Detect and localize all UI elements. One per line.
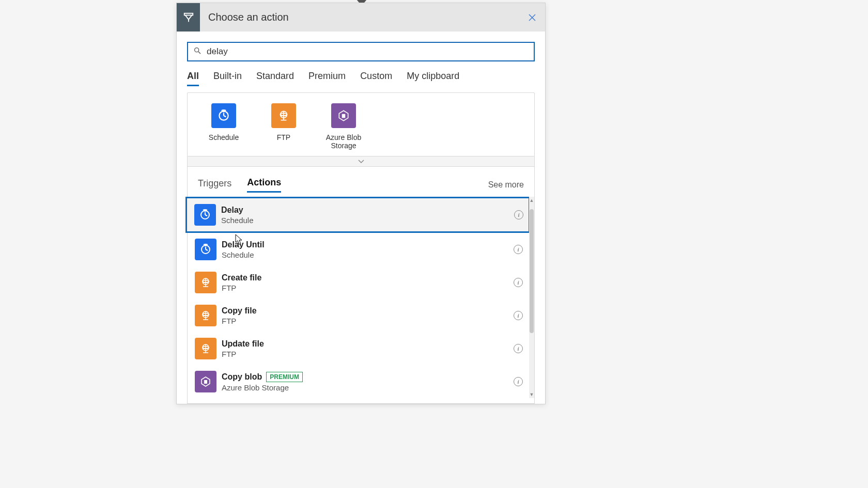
action-create-file[interactable]: Create fileFTPi (188, 266, 528, 299)
svg-line-21 (205, 215, 207, 216)
ftp-icon (195, 338, 216, 359)
tab-standard[interactable]: Standard (256, 71, 294, 86)
expand-connectors-button[interactable] (187, 156, 535, 167)
panel-header: Choose an action (177, 3, 545, 32)
connector-label: FTP (263, 133, 304, 141)
ftp-icon (195, 305, 216, 326)
connector-label: Schedule (203, 133, 244, 141)
connectors-grid: ScheduleFTPAzure Blob Storage (187, 92, 535, 156)
action-subtitle: FTP (222, 350, 514, 358)
action-title: Delay Until (222, 240, 514, 249)
svg-line-25 (206, 249, 208, 250)
info-icon[interactable]: i (514, 377, 523, 386)
action-delay-until[interactable]: Delay UntilSchedulei (188, 233, 528, 266)
blob-icon (331, 103, 356, 128)
action-subtitle: Azure Blob Storage (222, 383, 514, 392)
choose-action-panel: Choose an action AllBuilt-inStandardPrem… (176, 3, 546, 404)
action-copy-blob[interactable]: Copy blobPREMIUMAzure Blob Storagei (188, 365, 528, 398)
svg-point-22 (205, 210, 206, 211)
tab-my-clipboard[interactable]: My clipboard (407, 71, 459, 86)
action-text: Copy blobPREMIUMAzure Blob Storage (222, 372, 514, 392)
svg-point-5 (195, 48, 199, 52)
subtab-actions[interactable]: Actions (247, 177, 281, 193)
see-more-link[interactable]: See more (488, 180, 524, 190)
svg-rect-41 (205, 381, 207, 381)
svg-rect-17 (343, 115, 345, 115)
tab-built-in[interactable]: Built-in (213, 71, 242, 86)
action-update-file[interactable]: Update fileFTPi (188, 332, 528, 365)
scrollbar[interactable]: ▲ ▼ (529, 197, 534, 398)
panel-title: Choose an action (200, 11, 519, 23)
info-icon[interactable]: i (514, 278, 523, 287)
clock-icon (194, 204, 216, 226)
svg-rect-18 (343, 116, 345, 116)
action-text: Delay UntilSchedule (222, 240, 514, 259)
action-delay[interactable]: DelaySchedulei (185, 197, 530, 233)
blob-icon (195, 371, 216, 392)
action-title: Update file (222, 339, 514, 349)
scroll-up-icon[interactable]: ▲ (530, 197, 534, 204)
ftp-icon (271, 103, 296, 128)
info-icon[interactable]: i (514, 344, 523, 353)
scroll-thumb[interactable] (530, 209, 534, 333)
clock-icon (211, 103, 236, 128)
search-box[interactable] (187, 42, 535, 61)
connector-ftp[interactable]: FTP (263, 103, 304, 150)
premium-badge: PREMIUM (266, 372, 303, 382)
tab-custom[interactable]: Custom (360, 71, 392, 86)
action-text: Create fileFTP (222, 273, 514, 292)
scroll-down-icon[interactable]: ▼ (530, 391, 534, 398)
connector-azure-blob-storage[interactable]: Azure Blob Storage (323, 103, 364, 150)
info-icon[interactable]: i (514, 311, 523, 320)
clock-icon (195, 239, 216, 260)
svg-rect-1 (184, 13, 193, 15)
svg-line-9 (224, 116, 226, 117)
action-picker-icon (177, 3, 200, 32)
subtab-triggers[interactable]: Triggers (198, 178, 231, 192)
action-copy-file[interactable]: Copy fileFTPi (188, 299, 528, 332)
action-title: Delay (221, 206, 514, 215)
action-subtitle: Schedule (222, 250, 514, 259)
info-icon[interactable]: i (514, 245, 523, 254)
svg-rect-42 (205, 382, 207, 382)
filter-tabs: AllBuilt-inStandardPremiumCustomMy clipb… (177, 61, 545, 86)
result-type-tabs: TriggersActions See more (188, 167, 534, 193)
action-text: Copy fileFTP (222, 306, 514, 325)
action-subtitle: Schedule (221, 216, 514, 225)
info-icon[interactable]: i (514, 210, 523, 219)
svg-line-6 (198, 52, 200, 54)
action-subtitle: FTP (222, 284, 514, 292)
tab-all[interactable]: All (187, 71, 199, 86)
tab-premium[interactable]: Premium (308, 71, 346, 86)
action-subtitle: FTP (222, 317, 514, 325)
action-title: Copy blobPREMIUM (222, 372, 514, 382)
search-icon (193, 46, 202, 57)
connector-schedule[interactable]: Schedule (203, 103, 244, 150)
action-list: DelayScheduleiDelay UntilScheduleiCreate… (188, 197, 534, 398)
search-input[interactable] (202, 46, 529, 57)
svg-point-10 (223, 111, 224, 112)
ftp-icon (195, 272, 216, 293)
action-text: Update fileFTP (222, 339, 514, 358)
close-button[interactable] (519, 3, 545, 32)
action-title: Create file (222, 273, 514, 282)
connector-label: Azure Blob Storage (323, 133, 364, 150)
action-title: Copy file (222, 306, 514, 316)
svg-point-26 (205, 245, 206, 246)
action-text: DelaySchedule (221, 206, 514, 225)
